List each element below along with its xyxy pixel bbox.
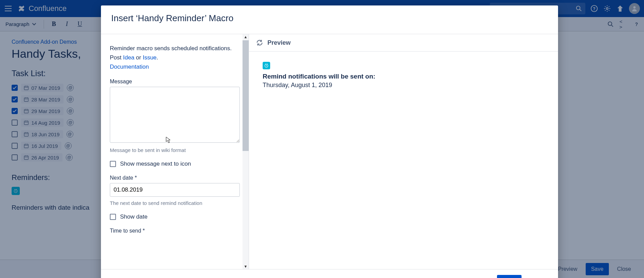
cancel-button[interactable]: Cancel xyxy=(522,275,549,278)
scrollbar-thumb[interactable] xyxy=(243,40,249,151)
show-date-checkbox[interactable] xyxy=(110,214,116,220)
macro-preview-pane: Preview Remind notifications will be sen… xyxy=(249,34,558,269)
preview-header: Preview xyxy=(249,34,558,52)
show-message-row[interactable]: Show message next to icon xyxy=(110,161,240,167)
idea-link[interactable]: Idea xyxy=(123,54,134,61)
modal-title: Insert ‘Handy Reminder’ Macro xyxy=(101,5,558,34)
time-to-send-label: Time to send * xyxy=(110,228,240,234)
message-textarea[interactable] xyxy=(110,87,240,143)
show-message-checkbox[interactable] xyxy=(110,161,116,167)
scrollbar-track[interactable]: ▲ ▼ xyxy=(243,34,249,269)
show-message-label: Show message next to icon xyxy=(120,161,191,167)
issue-link[interactable]: Issue xyxy=(143,54,157,61)
message-label: Message xyxy=(110,79,240,85)
scroll-up-icon[interactable]: ▲ xyxy=(243,35,248,39)
next-date-label: Next date * xyxy=(110,175,240,181)
preview-title: Remind notifications will be sent on: xyxy=(263,73,544,80)
refresh-icon[interactable] xyxy=(256,39,263,46)
preview-date: Thursday, August 1, 2019 xyxy=(263,82,544,89)
next-date-input[interactable] xyxy=(110,183,240,197)
macro-config-pane: Reminder macro sends scheduled notificat… xyxy=(101,34,249,269)
preview-clock-icon xyxy=(263,62,270,69)
show-date-row[interactable]: Show date xyxy=(110,213,240,220)
macro-description: Reminder macro sends scheduled notificat… xyxy=(110,44,240,72)
show-date-label: Show date xyxy=(120,213,147,220)
desc-or: or xyxy=(134,54,143,61)
modal-footer: Select macro Insert Cancel xyxy=(101,269,558,278)
next-date-hint: The next date to send remind notificatio… xyxy=(110,200,240,206)
scroll-down-icon[interactable]: ▼ xyxy=(243,264,248,268)
documentation-link[interactable]: Documentation xyxy=(110,64,149,70)
macro-modal: Insert ‘Handy Reminder’ Macro Reminder m… xyxy=(101,5,558,278)
insert-button[interactable]: Insert xyxy=(497,275,522,278)
preview-heading-text: Preview xyxy=(267,39,291,46)
message-hint: Message to be sent in wiki format xyxy=(110,147,240,153)
desc-period: . xyxy=(157,54,158,61)
